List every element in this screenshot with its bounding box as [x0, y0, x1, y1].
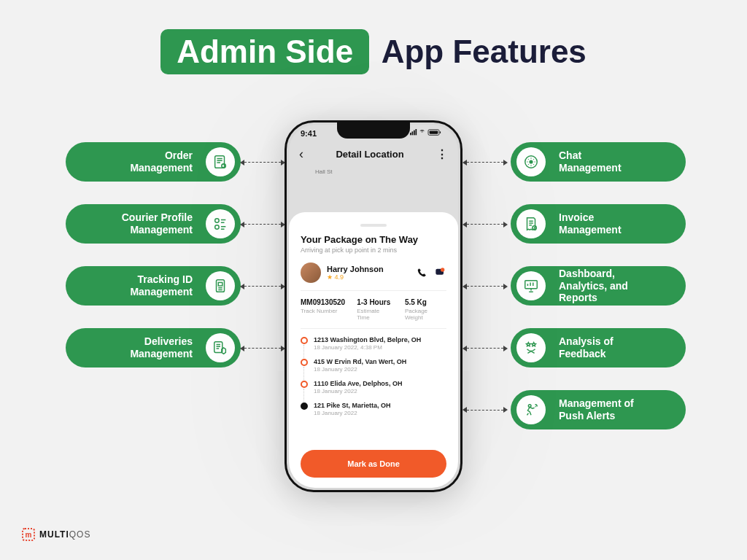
svg-point-3: [215, 225, 220, 230]
route-stop: 1110 Elida Ave, Delphos, OH 18 January 2…: [301, 380, 446, 394]
svg-point-20: [441, 268, 444, 271]
brand-mark-icon: m: [22, 528, 35, 541]
svg-rect-18: [440, 131, 441, 133]
feature-chat-management: ChatManagement: [511, 142, 686, 182]
divider: [301, 328, 446, 329]
svg-rect-14: [414, 131, 415, 136]
connector: [244, 224, 281, 225]
courier-name: Harry Johnson: [327, 265, 384, 273]
feature-label: Tracking IDManagement: [121, 273, 201, 298]
id-card-icon: [206, 271, 235, 300]
phone-notch: [337, 122, 410, 139]
svg-point-2: [215, 219, 220, 223]
stars-award-icon: [516, 333, 546, 362]
feature-dashboard-analytics-reports: Dashboard,Analytics, andReports: [511, 266, 686, 306]
svg-rect-17: [430, 131, 438, 134]
metric-value: 1-3 Hours: [357, 298, 393, 306]
brand-name-b: QOS: [69, 529, 91, 540]
title-rest: App Features: [382, 34, 587, 70]
svg-rect-0: [215, 156, 225, 168]
bell-run-icon: [516, 395, 546, 424]
svg-point-8: [530, 160, 533, 163]
title-highlight: Admin Side: [160, 29, 369, 74]
status-time: 9:41: [301, 129, 317, 138]
brand-name-a: MULTI: [39, 529, 69, 540]
feature-label: OrderManagement: [121, 149, 201, 174]
clipboard-gear-icon: [206, 147, 235, 176]
users-list-icon: [206, 209, 235, 238]
metric-label: Package Weight: [405, 308, 446, 321]
checklist-box-icon: [206, 333, 235, 362]
connector: [467, 348, 503, 349]
metric-label: Track Number: [301, 308, 345, 314]
feature-courier-profile-management: Courier ProfileManagement: [66, 204, 241, 244]
courier-avatar: [301, 262, 321, 283]
phone-screen: 9:41 ‹ Detail Location ⋮ Hall St Your Pa…: [289, 125, 458, 488]
feature-invoice-management: InvoiceManagement: [511, 204, 686, 244]
divider: [301, 290, 446, 291]
feature-label: Dashboard,Analytics, andReports: [550, 268, 637, 304]
metric-value: 5.5 Kg: [405, 298, 446, 306]
brand-logo: m MULTIQOS: [22, 528, 90, 541]
sheet-grabber[interactable]: [360, 224, 387, 227]
feature-management-of-push-alerts: Management ofPush Alerts: [511, 390, 686, 429]
route-stop: 121 Pike St, Marietta, OH 18 January 202…: [301, 402, 446, 416]
stop-address: 1213 Washington Blvd, Belpre, OH: [314, 336, 421, 343]
stop-address: 415 W Ervin Rd, Van Wert, OH: [314, 358, 406, 365]
svg-rect-12: [410, 133, 411, 135]
chat-icon[interactable]: [435, 267, 446, 279]
metric-label: Estimate Time: [357, 308, 393, 321]
stop-time: 18 January 2022: [314, 388, 402, 394]
brand-name: MULTIQOS: [39, 529, 90, 540]
arrowhead-icon: [462, 407, 467, 413]
stop-address: 1110 Elida Ave, Delphos, OH: [314, 380, 402, 387]
street-label: Hall St: [315, 168, 333, 175]
feature-deliveries-management: DeliveriesManagement: [66, 328, 241, 368]
invoice-icon: [516, 209, 546, 238]
route-list: 1213 Washington Blvd, Belpre, OH 18 Janu…: [301, 336, 446, 416]
more-icon[interactable]: ⋮: [436, 147, 448, 161]
svg-rect-15: [416, 129, 417, 135]
stop-time: 18 January 2022: [314, 410, 391, 416]
feature-label: DeliveriesManagement: [121, 335, 201, 360]
phone-mockup: 9:41 ‹ Detail Location ⋮ Hall St Your Pa…: [285, 120, 462, 492]
screen-title: Detail Location: [336, 149, 403, 160]
connector: [244, 162, 281, 163]
route-stop: 415 W Ervin Rd, Van Wert, OH 18 January …: [301, 358, 446, 373]
chat-gear-icon: [516, 147, 546, 176]
feature-label: InvoiceManagement: [550, 211, 630, 236]
feature-analysis-of-feedback: Analysis ofFeedback: [511, 328, 686, 368]
feature-label: Courier ProfileManagement: [113, 211, 201, 236]
svg-rect-13: [412, 131, 414, 135]
stop-time: 18 January 2022, 4:38 PM: [314, 344, 421, 351]
stop-bullet-icon: [301, 359, 308, 366]
connector: [467, 410, 503, 411]
svg-rect-5: [218, 282, 222, 286]
metrics-row: MM09130520 Track Number 1-3 Hours Estima…: [301, 298, 446, 321]
connector: [244, 286, 281, 287]
package-subtext: Arriving at pick up point in 2 mins: [301, 246, 446, 254]
courier-rating: ★ 4.9: [327, 273, 384, 281]
connector: [244, 348, 281, 349]
stop-bullet-icon: [301, 337, 308, 344]
arrowhead-icon: [503, 407, 508, 413]
route-stop: 1213 Washington Blvd, Belpre, OH 18 Janu…: [301, 336, 446, 351]
feature-label: ChatManagement: [550, 149, 630, 174]
stop-bullet-icon: [301, 402, 308, 410]
stop-time: 18 January 2022: [314, 366, 406, 373]
feature-tracking-id-management: Tracking IDManagement: [66, 266, 241, 306]
bottom-sheet: Your Package on The Way Arriving at pick…: [289, 212, 458, 488]
call-icon[interactable]: [416, 267, 427, 279]
feature-label: Management ofPush Alerts: [550, 397, 643, 422]
stop-bullet-icon: [301, 381, 308, 388]
connector: [467, 286, 503, 287]
page-title: Admin Side App Features: [0, 0, 747, 74]
mark-done-button[interactable]: Mark as Done: [301, 450, 446, 478]
rating-value: 4.9: [335, 273, 344, 281]
courier-row: Harry Johnson ★ 4.9: [301, 262, 446, 283]
back-icon[interactable]: ‹: [299, 147, 303, 162]
metric-value: MM09130520: [301, 298, 345, 306]
screen-topbar: ‹ Detail Location ⋮: [289, 147, 458, 162]
presentation-chart-icon: [516, 271, 546, 300]
feature-label: Analysis ofFeedback: [550, 335, 622, 360]
